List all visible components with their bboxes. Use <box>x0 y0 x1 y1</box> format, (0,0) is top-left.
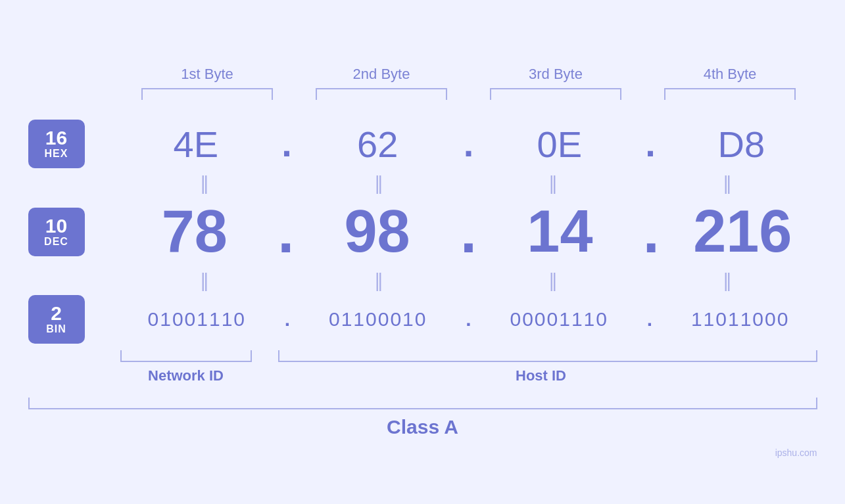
top-bracket-1 <box>141 88 273 100</box>
equals-1: ‖ <box>141 172 273 194</box>
host-bracket-wrapper <box>265 350 817 362</box>
dec-byte-4: 216 <box>677 198 808 265</box>
byte-header-4: 4th Byte <box>664 66 796 83</box>
watermark: ipshu.com <box>775 447 817 458</box>
byte-header-1: 1st Byte <box>141 66 273 83</box>
equals-row-2: ‖ ‖ ‖ ‖ <box>28 269 817 291</box>
bin-dot-1: . <box>285 309 290 329</box>
dec-byte-3: 14 <box>494 198 625 265</box>
bin-byte-3: 00001110 <box>493 308 625 331</box>
dec-byte-1: 78 <box>129 198 260 265</box>
network-bracket <box>120 350 252 362</box>
equals-5: ‖ <box>141 269 273 291</box>
equals-6: ‖ <box>316 269 447 291</box>
bottom-brackets <box>120 350 817 362</box>
hex-dot-3: . <box>645 126 656 162</box>
bin-row: 2 BIN 01001110 . 01100010 . 00001110 . 1… <box>28 295 817 344</box>
bracket-labels-row: Network ID Host ID <box>120 367 817 384</box>
equals-2: ‖ <box>316 172 447 194</box>
bin-badge: 2 BIN <box>28 295 85 344</box>
host-id-label: Host ID <box>265 367 817 384</box>
dec-row: 10 DEC 78 . 98 . 14 . 216 <box>28 198 817 265</box>
hex-byte-3: 0E <box>494 123 625 166</box>
hex-row: 16 HEX 4E . 62 . 0E . D8 <box>28 120 817 168</box>
equals-row-1: ‖ ‖ ‖ ‖ <box>28 172 817 194</box>
bin-byte-4: 11011000 <box>675 308 806 331</box>
dec-badge: 10 DEC <box>28 208 85 256</box>
hex-byte-2: 62 <box>312 123 443 166</box>
network-id-label: Network ID <box>120 367 252 384</box>
dec-dot-1: . <box>278 202 294 262</box>
bottom-section: Network ID Host ID <box>28 350 817 384</box>
byte-headers: 1st Byte 2nd Byte 3rd Byte 4th Byte <box>28 66 817 83</box>
top-bracket-3 <box>490 88 621 100</box>
bin-badge-number: 2 <box>51 304 62 323</box>
hex-badge: 16 HEX <box>28 120 85 168</box>
byte-header-3: 3rd Byte <box>490 66 621 83</box>
hex-byte-1: 4E <box>130 123 262 166</box>
equals-8: ‖ <box>664 269 796 291</box>
byte-header-2: 2nd Byte <box>316 66 447 83</box>
bin-badge-label: BIN <box>46 323 66 335</box>
dec-dot-3: . <box>643 202 660 262</box>
hex-values: 4E . 62 . 0E . D8 <box>85 123 817 166</box>
hex-byte-4: D8 <box>675 123 807 166</box>
class-section: Class A <box>28 398 817 438</box>
bin-values: 01001110 . 01100010 . 00001110 . 1101100… <box>85 308 817 331</box>
top-brackets <box>28 88 817 100</box>
bin-dot-2: . <box>466 309 471 329</box>
hex-dot-1: . <box>281 126 292 162</box>
bin-byte-1: 01001110 <box>131 308 262 331</box>
bin-dot-3: . <box>647 309 652 329</box>
equals-7: ‖ <box>490 269 621 291</box>
top-bracket-4 <box>664 88 796 100</box>
bin-byte-2: 01100010 <box>312 308 444 331</box>
host-bracket <box>278 350 817 362</box>
equals-3: ‖ <box>490 172 621 194</box>
dec-dot-2: . <box>460 202 477 262</box>
hex-badge-label: HEX <box>45 148 68 160</box>
dec-badge-number: 10 <box>45 216 67 236</box>
dec-badge-label: DEC <box>44 236 68 248</box>
hex-dot-2: . <box>464 126 474 162</box>
dec-byte-2: 98 <box>312 198 443 265</box>
class-a-label: Class A <box>28 416 817 438</box>
equals-4: ‖ <box>664 172 796 194</box>
hex-badge-number: 16 <box>45 128 67 148</box>
top-bracket-2 <box>316 88 447 100</box>
dec-values: 78 . 98 . 14 . 216 <box>85 198 817 265</box>
class-bracket <box>28 398 817 409</box>
